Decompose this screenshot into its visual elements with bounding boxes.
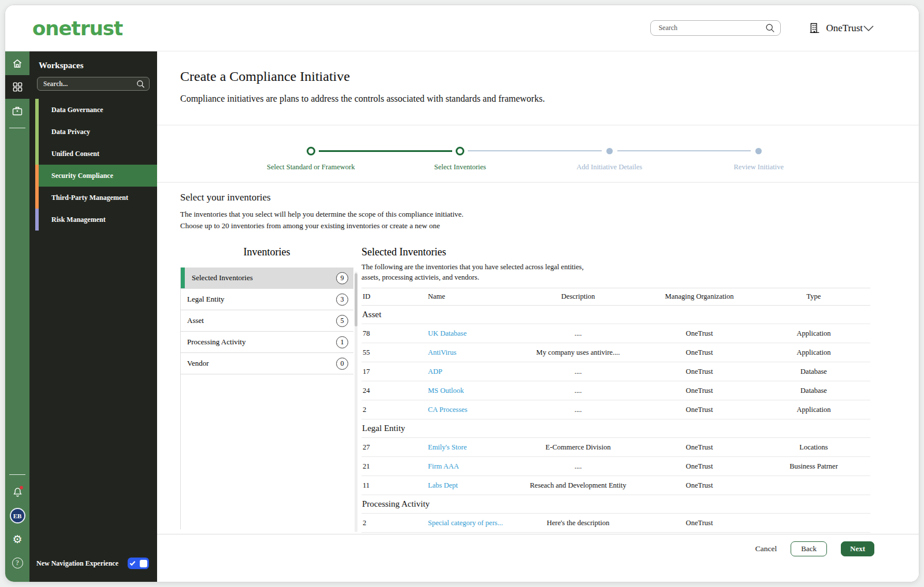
main-content: Create a Compliance Initiative Complianc… xyxy=(157,51,919,582)
wizard-footer: Cancel Back Next xyxy=(157,534,919,563)
app-body: EB ⚙ ? Workspaces Data GovernanceData Pr… xyxy=(5,51,919,582)
cell-managing-organization: OneTrust xyxy=(642,443,757,452)
nav-experience-label: New Navigation Experience xyxy=(36,559,118,568)
cell-description: My company uses antivire.... xyxy=(515,348,642,357)
inventory-link-uk-database[interactable]: UK Database xyxy=(428,329,467,337)
cell-name: CA Processes xyxy=(428,406,515,414)
app-window: onetrust OneTrust xyxy=(5,5,919,582)
table-scrollbar[interactable] xyxy=(355,272,357,532)
inventory-link-special-category-of-pers[interactable]: Special category of pers... xyxy=(428,519,503,527)
sidebar-item-data-privacy[interactable]: Data Privacy xyxy=(29,121,157,143)
column-header-description: Description xyxy=(515,292,642,301)
top-header: onetrust OneTrust xyxy=(5,5,919,51)
step-connector xyxy=(535,150,602,151)
back-button[interactable]: Back xyxy=(791,541,827,556)
cell-type: Application xyxy=(757,406,870,414)
inventory-link-firm-aaa[interactable]: Firm AAA xyxy=(428,462,459,470)
cell-id: 24 xyxy=(362,387,428,395)
question-icon: ? xyxy=(12,558,23,569)
cancel-button[interactable]: Cancel xyxy=(755,544,777,553)
sidebar-item-data-governance[interactable]: Data Governance xyxy=(29,99,157,121)
selected-description-line1: The following are the inventories that y… xyxy=(362,263,584,271)
table-row: 2Special category of pers...Here's the d… xyxy=(362,514,870,533)
inventory-filter-selected-inventories[interactable]: Selected Inventories9 xyxy=(181,268,353,289)
inventory-link-ca-processes[interactable]: CA Processes xyxy=(428,406,467,414)
org-name: OneTrust xyxy=(826,23,863,34)
cell-name: Special category of pers... xyxy=(428,519,515,527)
inventory-filter-processing-activity[interactable]: Processing Activity1 xyxy=(181,332,353,353)
divider xyxy=(157,182,919,183)
inventory-filter-asset[interactable]: Asset5 xyxy=(181,310,353,332)
cell-id: 11 xyxy=(362,481,428,490)
home-icon xyxy=(12,58,23,69)
scrollbar-thumb[interactable] xyxy=(355,273,357,326)
inventory-filter-vendor[interactable]: Vendor0 xyxy=(181,353,353,374)
inventory-link-antivirus[interactable]: AntiVirus xyxy=(428,348,456,356)
cell-id: 2 xyxy=(362,519,428,527)
search-icon xyxy=(765,23,775,33)
step-circle-select-standard-or-framework[interactable] xyxy=(307,147,315,155)
column-header-name: Name xyxy=(428,292,515,301)
inventory-link-emily-s-store[interactable]: Emily's Store xyxy=(428,443,467,451)
step-label: Select Standard or Framework xyxy=(236,163,386,172)
sidebar-item-third-party-management[interactable]: Third-Party Management xyxy=(29,187,157,209)
global-search-input[interactable] xyxy=(658,24,765,32)
table-row: 21Firm AAA....OneTrustBusiness Patrner xyxy=(362,457,870,476)
avatar[interactable]: EB xyxy=(10,508,25,523)
cell-description: E-Commerce Division xyxy=(515,443,642,452)
briefcase-icon xyxy=(12,105,23,117)
column-header-id: ID xyxy=(362,292,428,301)
inventory-filter-legal-entity[interactable]: Legal Entity3 xyxy=(181,289,353,310)
inventories-column: Inventories Selected Inventories9Legal E… xyxy=(180,246,353,534)
inventory-link-ms-outlook[interactable]: MS Outlook xyxy=(428,387,464,395)
cell-name: Labs Dept xyxy=(428,481,515,490)
selected-inventories-column: Selected Inventories The following are t… xyxy=(353,246,919,534)
workspace-search[interactable] xyxy=(37,77,150,91)
workspaces-button[interactable] xyxy=(5,75,29,99)
cell-managing-organization: OneTrust xyxy=(642,462,757,471)
sidebar-item-label: Risk Management xyxy=(51,216,106,224)
building-icon xyxy=(808,22,821,34)
cell-managing-organization: OneTrust xyxy=(642,348,757,357)
step-circle-add-initiative-detailes[interactable] xyxy=(606,148,613,154)
workspace-spacer xyxy=(29,231,157,558)
sidebar-item-risk-management[interactable]: Risk Management xyxy=(29,209,157,231)
sidebar-item-security-compliance[interactable]: Security Compliance xyxy=(29,165,157,187)
chevron-down-icon[interactable] xyxy=(863,25,874,32)
section-title: Select your inventories xyxy=(180,192,919,203)
cell-name: Emily's Store xyxy=(428,443,515,452)
table-group-legal-entity: Legal Entity xyxy=(362,419,870,438)
inventory-link-adp[interactable]: ADP xyxy=(428,367,442,376)
step-circle-select-inventories[interactable] xyxy=(456,147,464,155)
section-description: The inventories that you select will hel… xyxy=(180,209,919,231)
apps-button[interactable] xyxy=(5,99,29,122)
nav-experience-toggle[interactable] xyxy=(128,558,149,569)
inventory-count-badge: 0 xyxy=(336,358,348,370)
rail-divider-bottom xyxy=(9,474,25,475)
next-button[interactable]: Next xyxy=(841,541,874,556)
cell-description: .... xyxy=(515,406,642,414)
selected-description-line2: assets, processing activieis, and vendor… xyxy=(362,273,479,281)
column-header-type: Type xyxy=(757,292,870,301)
step-select-standard-or-framework[interactable]: Select Standard or Framework xyxy=(236,146,386,172)
workspace-search-input[interactable] xyxy=(43,80,136,87)
help-button[interactable]: ? xyxy=(5,551,29,575)
step-connector xyxy=(319,150,386,152)
settings-button[interactable]: ⚙ xyxy=(5,527,29,551)
inventory-link-labs-dept[interactable]: Labs Dept xyxy=(428,481,458,489)
step-circle-review-initiative[interactable] xyxy=(755,148,762,154)
cell-managing-organization: OneTrust xyxy=(642,329,757,338)
cell-type: Database xyxy=(757,367,870,376)
global-search[interactable] xyxy=(650,20,781,36)
table-row: 78UK Database....OneTrustApplication xyxy=(362,324,870,343)
inventory-count-badge: 1 xyxy=(336,336,348,348)
table-group-processing-activity: Processing Activity xyxy=(362,495,870,514)
cell-type: Database xyxy=(757,387,870,395)
home-button[interactable] xyxy=(5,51,29,75)
cell-description: Reseach and Development Entity xyxy=(515,481,642,490)
sidebar-item-unified-consent[interactable]: Unified Consent xyxy=(29,143,157,165)
table-header: IDNameDescriptionManaging OrganizationTy… xyxy=(362,288,870,306)
step-select-inventories[interactable]: Select Inventories xyxy=(386,146,535,172)
org-switcher[interactable]: OneTrust xyxy=(808,22,863,34)
notifications-button[interactable] xyxy=(5,480,29,504)
